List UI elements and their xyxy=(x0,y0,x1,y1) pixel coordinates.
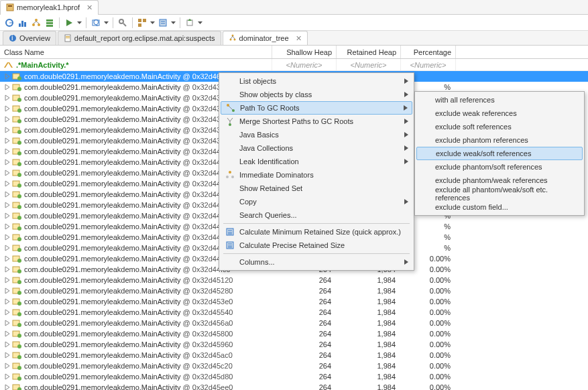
col-class-name[interactable]: Class Name xyxy=(0,46,272,58)
menu-item[interactable]: exclude all phantom/weak/soft etc. refer… xyxy=(416,187,583,200)
menu-item[interactable]: Show Retained Set xyxy=(221,182,412,195)
menu-item[interactable]: with all references xyxy=(416,93,583,107)
dropdown-icon[interactable] xyxy=(104,21,109,24)
filter-name[interactable]: .*MainActivity.* xyxy=(0,59,272,70)
menu-icon xyxy=(225,196,235,207)
expand-icon[interactable] xyxy=(4,255,11,262)
table-row[interactable]: com.double0291.memoryleakdemo.MainActivi… xyxy=(0,350,588,361)
dropdown-icon[interactable] xyxy=(171,21,176,24)
expand-icon[interactable] xyxy=(4,137,11,144)
expand-icon[interactable] xyxy=(4,202,11,208)
menu-item[interactable]: exclude weak/soft references xyxy=(416,147,583,160)
expand-icon[interactable] xyxy=(4,94,11,101)
expand-icon[interactable] xyxy=(4,84,11,90)
svg-point-83 xyxy=(17,205,21,209)
histogram-icon[interactable] xyxy=(17,17,28,28)
menu-item[interactable]: Merge Shortest Paths to GC Roots xyxy=(221,115,412,128)
table-row[interactable]: com.double0291.memoryleakdemo.MainActivi… xyxy=(0,285,588,296)
menu-item[interactable]: Search Queries... xyxy=(221,208,412,222)
dropdown-icon[interactable] xyxy=(77,21,82,24)
col-retained-heap[interactable]: Retained Heap xyxy=(337,46,401,58)
expand-icon[interactable] xyxy=(4,105,11,112)
col-shallow-heap[interactable]: Shallow Heap xyxy=(272,46,337,58)
menu-item[interactable]: Java Collections xyxy=(221,141,412,155)
table-row[interactable]: com.double0291.memoryleakdemo.MainActivi… xyxy=(0,307,588,318)
menu-item[interactable]: Java Basics xyxy=(221,128,412,141)
expand-icon[interactable] xyxy=(4,191,11,198)
expand-icon[interactable] xyxy=(4,212,11,219)
expand-icon[interactable] xyxy=(4,245,11,251)
menu-item[interactable]: exclude weak references xyxy=(416,107,583,120)
menu-item[interactable]: exclude phantom/soft references xyxy=(416,160,583,174)
menu-item[interactable]: Path To GC Roots xyxy=(221,101,412,115)
find-icon[interactable] xyxy=(117,17,128,28)
table-row[interactable]: com.double0291.memoryleakdemo.MainActivi… xyxy=(0,382,588,390)
overview-icon[interactable] xyxy=(4,17,15,28)
close-icon[interactable]: ✕ xyxy=(86,3,93,12)
table-row[interactable]: com.double0291.memoryleakdemo.MainActivi… xyxy=(0,361,588,371)
threads-icon[interactable] xyxy=(44,17,55,28)
expand-icon[interactable] xyxy=(4,352,11,359)
run-icon[interactable] xyxy=(64,17,74,28)
filter-pct[interactable]: <Numeric> xyxy=(401,59,456,70)
svg-point-98 xyxy=(17,259,21,263)
expand-icon[interactable] xyxy=(4,234,11,241)
table-row[interactable]: com.double0291.memoryleakdemo.MainActivi… xyxy=(0,371,588,382)
menu-item[interactable]: exclude soft references xyxy=(416,120,583,133)
class-name: com.double0291.memoryleakdemo.MainActivi… xyxy=(24,105,233,113)
menu-item[interactable]: Copy xyxy=(221,195,412,208)
menu-item[interactable]: exclude custom field... xyxy=(416,200,583,214)
tab-report[interactable]: default_report org.eclipse.mat.api:suspe… xyxy=(58,31,221,45)
table-row[interactable]: com.double0291.memoryleakdemo.MainActivi… xyxy=(0,318,588,328)
tab-overview[interactable]: i Overview xyxy=(3,31,56,45)
menu-item[interactable]: List objects xyxy=(221,74,412,88)
group-icon[interactable] xyxy=(137,17,148,28)
expand-icon[interactable] xyxy=(4,223,11,230)
expand-icon[interactable] xyxy=(4,341,11,348)
table-row[interactable]: com.double0291.memoryleakdemo.MainActivi… xyxy=(0,328,588,339)
export-icon[interactable] xyxy=(184,17,195,28)
expand-icon[interactable] xyxy=(4,266,11,273)
expand-icon[interactable] xyxy=(4,180,11,187)
file-tab[interactable]: memoryleak1.hprof ✕ xyxy=(0,0,99,15)
expand-icon[interactable] xyxy=(4,320,11,326)
class-name: com.double0291.memoryleakdemo.MainActivi… xyxy=(24,222,233,231)
expand-icon[interactable] xyxy=(4,170,11,176)
expand-icon[interactable] xyxy=(4,363,11,369)
filter-shallow[interactable]: <Numeric> xyxy=(272,59,337,70)
menu-item[interactable]: Columns... xyxy=(221,255,412,269)
expand-icon[interactable] xyxy=(4,298,11,305)
menu-item[interactable]: exclude phantom references xyxy=(416,133,583,147)
menu-item[interactable]: Show objects by class xyxy=(221,88,412,101)
tree-icon[interactable] xyxy=(31,17,42,28)
table-row[interactable]: com.double0291.memoryleakdemo.MainActivi… xyxy=(0,296,588,307)
expand-icon[interactable] xyxy=(4,116,11,123)
dropdown-icon[interactable] xyxy=(198,21,202,24)
expand-icon[interactable] xyxy=(4,159,11,166)
shallow-value: 264 xyxy=(272,319,337,327)
tab-dominator-tree[interactable]: dominator_tree ✕ xyxy=(223,31,308,45)
expand-icon[interactable] xyxy=(4,309,11,316)
menu-item[interactable]: Immediate Dominators xyxy=(221,168,412,182)
close-icon[interactable]: ✕ xyxy=(296,34,302,43)
menu-item[interactable]: exclude phantom/weak references xyxy=(416,174,583,187)
dropdown-icon[interactable] xyxy=(150,21,155,24)
expand-icon[interactable] xyxy=(4,384,11,390)
expand-icon[interactable] xyxy=(4,277,11,283)
expand-icon[interactable] xyxy=(4,127,11,133)
calc-icon[interactable] xyxy=(158,17,168,28)
table-row[interactable]: com.double0291.memoryleakdemo.MainActivi… xyxy=(0,339,588,350)
table-row[interactable]: com.double0291.memoryleakdemo.MainActivi… xyxy=(0,275,588,285)
expand-icon[interactable] xyxy=(4,330,11,337)
retained-value: 1,984 xyxy=(337,373,401,381)
menu-item[interactable]: Calculate Minimum Retained Size (quick a… xyxy=(221,225,412,239)
filter-retained[interactable]: <Numeric> xyxy=(337,59,401,70)
menu-item[interactable]: Leak Identification xyxy=(221,155,412,168)
menu-item[interactable]: Calculate Precise Retained Size xyxy=(221,239,412,252)
expand-icon[interactable] xyxy=(4,373,11,380)
oql-icon[interactable]: Q xyxy=(91,17,101,28)
col-percentage[interactable]: Percentage xyxy=(401,46,456,58)
expand-icon[interactable] xyxy=(4,73,11,80)
expand-icon[interactable] xyxy=(4,148,11,155)
expand-icon[interactable] xyxy=(4,287,11,294)
